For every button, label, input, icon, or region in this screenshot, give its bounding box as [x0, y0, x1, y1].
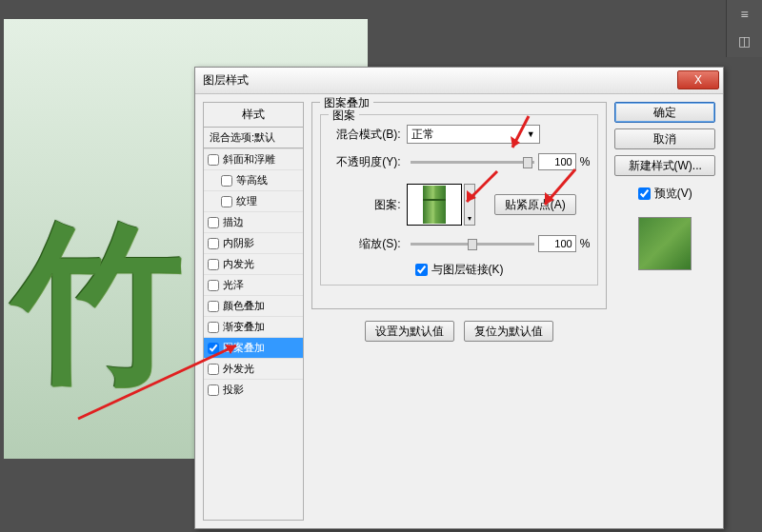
style-label-6: 光泽	[223, 278, 244, 292]
style-item-3[interactable]: 描边	[204, 211, 303, 232]
dialog-body: 样式 混合选项:默认 斜面和浮雕等高线纹理描边内阴影内发光光泽颜色叠加渐变叠加图…	[195, 94, 723, 528]
style-checkbox-11[interactable]	[208, 384, 219, 396]
pattern-dropdown-arrow[interactable]: ▾	[464, 184, 475, 226]
style-label-10: 外发光	[223, 362, 254, 376]
style-label-0: 斜面和浮雕	[223, 152, 275, 167]
dialog-titlebar[interactable]: 图层样式 X	[195, 68, 723, 94]
ok-button[interactable]: 确定	[614, 102, 715, 123]
style-label-8: 渐变叠加	[223, 320, 265, 334]
style-item-10[interactable]: 外发光	[204, 358, 303, 379]
opacity-row: 不透明度(Y): %	[329, 153, 591, 170]
style-checkbox-10[interactable]	[208, 364, 219, 375]
style-checkbox-2[interactable]	[221, 196, 232, 207]
style-label-5: 内发光	[223, 257, 254, 271]
opacity-slider[interactable]	[411, 161, 534, 164]
pattern-fieldset: 图案 混合模式(B): 正常 ▼ 不透明度(Y):	[320, 114, 599, 286]
pattern-swatch[interactable]	[407, 184, 462, 226]
bamboo-character: 竹	[13, 190, 185, 421]
style-label-1: 等高线	[236, 173, 268, 187]
style-label-11: 投影	[223, 383, 244, 397]
set-default-button[interactable]: 设置为默认值	[365, 321, 454, 342]
scale-input[interactable]	[538, 235, 576, 252]
style-item-0[interactable]: 斜面和浮雕	[204, 148, 303, 169]
style-checkbox-8[interactable]	[208, 322, 219, 333]
style-checkbox-1[interactable]	[221, 175, 232, 187]
style-checkbox-9[interactable]	[208, 343, 219, 354]
right-panel: 确定 取消 新建样式(W)... 预览(V)	[614, 102, 715, 521]
pattern-title: 图案	[329, 108, 359, 124]
style-checkbox-3[interactable]	[208, 217, 219, 228]
style-checkbox-4[interactable]	[208, 238, 219, 249]
style-item-1[interactable]: 等高线	[204, 169, 303, 190]
style-item-2[interactable]: 纹理	[204, 190, 303, 211]
blend-options-row[interactable]: 混合选项:默认	[204, 127, 303, 148]
preview-label: 预览(V)	[654, 186, 692, 202]
style-item-8[interactable]: 渐变叠加	[204, 316, 303, 337]
blend-mode-value: 正常	[411, 127, 434, 143]
style-checkbox-5[interactable]	[208, 259, 219, 270]
blend-mode-dropdown[interactable]: 正常 ▼	[407, 125, 540, 144]
bamboo-pattern-icon	[423, 186, 446, 224]
style-label-2: 纹理	[236, 194, 257, 208]
close-icon: X	[694, 73, 702, 87]
scale-slider[interactable]	[411, 243, 534, 246]
scale-label: 缩放(S):	[329, 236, 407, 252]
style-label-7: 颜色叠加	[223, 299, 265, 313]
center-panel: 图案叠加 图案 混合模式(B): 正常 ▼ 不透明度(Y):	[311, 102, 608, 521]
layer-style-dialog: 图层样式 X 样式 混合选项:默认 斜面和浮雕等高线纹理描边内阴影内发光光泽颜色…	[194, 67, 724, 529]
style-item-4[interactable]: 内阴影	[204, 232, 303, 253]
right-toolbar: ≡ ◫	[726, 0, 762, 57]
blend-mode-label: 混合模式(B):	[329, 127, 407, 143]
preview-swatch	[638, 217, 692, 270]
style-item-7[interactable]: 颜色叠加	[204, 295, 303, 316]
scale-row: 缩放(S): %	[329, 235, 591, 252]
styles-list: 样式 混合选项:默认 斜面和浮雕等高线纹理描边内阴影内发光光泽颜色叠加渐变叠加图…	[203, 102, 304, 521]
styles-header[interactable]: 样式	[204, 103, 303, 127]
link-checkbox[interactable]	[415, 264, 428, 276]
scale-unit: %	[580, 237, 591, 250]
pattern-overlay-group: 图案叠加 图案 混合模式(B): 正常 ▼ 不透明度(Y):	[311, 102, 608, 309]
style-label-3: 描边	[223, 215, 244, 229]
new-style-button[interactable]: 新建样式(W)...	[614, 155, 715, 176]
style-checkbox-6[interactable]	[208, 280, 219, 291]
chevron-down-icon: ▼	[527, 129, 535, 139]
style-item-9[interactable]: 图案叠加	[204, 337, 303, 358]
style-checkbox-7[interactable]	[208, 301, 219, 312]
cancel-button[interactable]: 取消	[614, 128, 715, 149]
style-item-6[interactable]: 光泽	[204, 274, 303, 295]
opacity-label: 不透明度(Y):	[329, 154, 407, 170]
opacity-unit: %	[580, 155, 591, 168]
close-button[interactable]: X	[677, 70, 719, 89]
link-row: 与图层链接(K)	[329, 262, 591, 278]
opacity-input[interactable]	[538, 153, 576, 170]
toolbar-icon-1[interactable]: ≡	[730, 2, 760, 27]
pattern-label: 图案:	[329, 197, 407, 213]
scale-thumb[interactable]	[468, 239, 477, 250]
style-label-4: 内阴影	[223, 236, 254, 250]
style-label-9: 图案叠加	[223, 341, 265, 355]
preview-checkbox[interactable]	[638, 187, 651, 200]
reset-default-button[interactable]: 复位为默认值	[464, 321, 553, 342]
style-checkbox-0[interactable]	[208, 154, 219, 166]
toolbar-icon-2[interactable]: ◫	[730, 29, 760, 53]
dialog-title: 图层样式	[203, 72, 249, 89]
default-buttons-row: 设置为默认值 复位为默认值	[311, 321, 608, 342]
style-item-11[interactable]: 投影	[204, 379, 303, 400]
pattern-row: 图案: ▾ 贴紧原点(A)	[329, 184, 591, 226]
blend-mode-row: 混合模式(B): 正常 ▼	[329, 125, 591, 144]
preview-row: 预览(V)	[614, 186, 715, 202]
opacity-thumb[interactable]	[523, 157, 532, 168]
snap-origin-button[interactable]: 贴紧原点(A)	[494, 194, 576, 215]
style-item-5[interactable]: 内发光	[204, 253, 303, 274]
link-label: 与图层链接(K)	[431, 262, 504, 278]
